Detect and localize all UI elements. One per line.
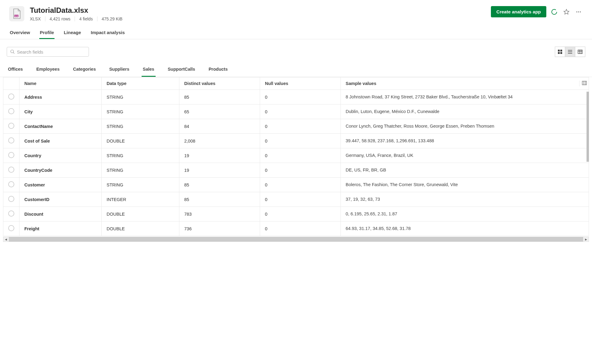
sheet-tab-products[interactable]: Products — [207, 63, 229, 77]
table-view-button[interactable] — [575, 47, 585, 57]
table-row[interactable]: FreightDOUBLE736064.93, 31.17, 34.85, 52… — [3, 221, 589, 236]
field-null: 0 — [260, 178, 341, 192]
table-row[interactable]: AddressSTRING8508 Johnstown Road, 37 Kin… — [3, 90, 589, 104]
table-row[interactable]: Cost of SaleDOUBLE2,008039.447, 58.928, … — [3, 134, 589, 148]
radio-icon[interactable] — [8, 152, 14, 158]
table-row[interactable]: DiscountDOUBLE78300, 6.195, 25.65, 2.31,… — [3, 207, 589, 221]
field-null: 0 — [260, 104, 341, 119]
field-name: Freight — [19, 221, 102, 236]
sheet-tab-sales[interactable]: Sales — [142, 63, 156, 77]
sheet-tab-categories[interactable]: Categories — [72, 63, 97, 77]
radio-icon[interactable] — [8, 94, 14, 100]
column-settings-icon[interactable] — [579, 81, 587, 87]
create-analytics-app-button[interactable]: Create analytics app — [491, 6, 546, 17]
search-input[interactable] — [17, 49, 86, 55]
field-type: STRING — [102, 104, 179, 119]
row-select[interactable] — [3, 104, 19, 119]
table-row[interactable]: CustomerSTRING850Boleros, The Fashion, T… — [3, 178, 589, 192]
field-sample: DE, US, FR, BR, GB — [341, 163, 589, 178]
svg-rect-11 — [560, 52, 562, 54]
scroll-right-icon[interactable]: ▶ — [583, 237, 589, 242]
meta-rows: 4,421 rows — [45, 16, 75, 21]
field-type: STRING — [102, 178, 179, 192]
field-type: STRING — [102, 148, 179, 163]
field-sample: Germany, USA, France, Brazil, UK — [341, 148, 589, 163]
field-name: City — [19, 104, 102, 119]
svg-text:XLSX: XLSX — [15, 16, 18, 17]
field-null: 0 — [260, 134, 341, 148]
col-header-sample-label: Sample values — [346, 81, 376, 86]
scroll-left-icon[interactable]: ◀ — [3, 237, 9, 242]
field-distinct: 65 — [179, 104, 260, 119]
col-header-distinct[interactable]: Distinct values — [179, 77, 260, 90]
svg-point-3 — [576, 11, 577, 12]
radio-icon[interactable] — [8, 137, 14, 143]
table-row[interactable]: ContactNameSTRING840Conor Lynch, Greg Th… — [3, 119, 589, 134]
field-null: 0 — [260, 221, 341, 236]
row-select[interactable] — [3, 90, 19, 104]
field-distinct: 736 — [179, 221, 260, 236]
row-select[interactable] — [3, 207, 19, 221]
row-select[interactable] — [3, 134, 19, 148]
svg-rect-10 — [558, 52, 560, 54]
svg-rect-15 — [578, 50, 582, 54]
table-row[interactable]: CustomerIDINTEGER85037, 19, 32, 63, 73 — [3, 192, 589, 207]
row-select[interactable] — [3, 119, 19, 134]
scroll-track[interactable] — [9, 237, 583, 242]
field-type: INTEGER — [102, 192, 179, 207]
table-row[interactable]: CountryCodeSTRING190DE, US, FR, BR, GB — [3, 163, 589, 178]
sheet-tab-suppliers[interactable]: Suppliers — [108, 63, 131, 77]
row-select[interactable] — [3, 148, 19, 163]
field-sample: 37, 19, 32, 63, 73 — [341, 192, 589, 207]
radio-icon[interactable] — [8, 108, 14, 114]
row-select[interactable] — [3, 221, 19, 236]
list-view-button[interactable] — [565, 47, 575, 57]
vertical-scrollbar[interactable] — [587, 92, 589, 162]
col-header-null[interactable]: Null values — [260, 77, 341, 90]
radio-icon[interactable] — [8, 181, 14, 187]
svg-point-6 — [11, 50, 14, 53]
radio-icon[interactable] — [8, 210, 14, 217]
radio-icon[interactable] — [8, 225, 14, 231]
field-distinct: 19 — [179, 163, 260, 178]
page-title: TutorialData.xlsx — [30, 6, 127, 15]
search-fields-input-wrap[interactable] — [7, 47, 89, 57]
horizontal-scrollbar[interactable]: ◀ ▶ — [3, 237, 589, 242]
row-select[interactable] — [3, 192, 19, 207]
sheet-tab-supportcalls[interactable]: SupportCalls — [167, 63, 196, 77]
star-icon[interactable] — [562, 8, 571, 16]
field-sample: 39.447, 58.928, 237.168, 1,296.691, 133.… — [341, 134, 589, 148]
field-null: 0 — [260, 119, 341, 134]
tab-impact-analysis[interactable]: Impact analysis — [90, 27, 125, 39]
grid-view-button[interactable] — [555, 47, 565, 57]
field-sample: 8 Johnstown Road, 37 King Street, 2732 B… — [341, 90, 589, 104]
radio-icon[interactable] — [8, 196, 14, 202]
field-sample: 64.93, 31.17, 34.85, 52.68, 31.78 — [341, 221, 589, 236]
sheet-tab-employees[interactable]: Employees — [35, 63, 61, 77]
tab-profile[interactable]: Profile — [39, 27, 55, 39]
col-header-sample[interactable]: Sample values — [341, 77, 589, 90]
svg-point-4 — [578, 11, 579, 12]
meta-filetype: XLSX — [30, 16, 45, 21]
table-row[interactable]: CitySTRING650Dublin, Luton, Eugene, Méxi… — [3, 104, 589, 119]
radio-icon[interactable] — [8, 123, 14, 129]
radio-icon[interactable] — [8, 167, 14, 173]
table-row[interactable]: CountrySTRING190Germany, USA, France, Br… — [3, 148, 589, 163]
field-null: 0 — [260, 207, 341, 221]
field-type: STRING — [102, 90, 179, 104]
row-select[interactable] — [3, 163, 19, 178]
field-name: CountryCode — [19, 163, 102, 178]
field-sample: Conor Lynch, Greg Thatcher, Ross Moore, … — [341, 119, 589, 134]
field-type: DOUBLE — [102, 134, 179, 148]
sheet-tab-offices[interactable]: Offices — [7, 63, 24, 77]
field-name: Country — [19, 148, 102, 163]
refresh-icon[interactable] — [550, 8, 559, 16]
more-icon[interactable] — [574, 8, 583, 16]
tab-lineage[interactable]: Lineage — [63, 27, 82, 39]
tab-overview[interactable]: Overview — [9, 27, 31, 39]
meta-fields: 4 fields — [75, 16, 97, 21]
row-select[interactable] — [3, 178, 19, 192]
col-header-type[interactable]: Data type — [102, 77, 179, 90]
col-header-name[interactable]: Name — [19, 77, 102, 90]
field-type: STRING — [102, 163, 179, 178]
